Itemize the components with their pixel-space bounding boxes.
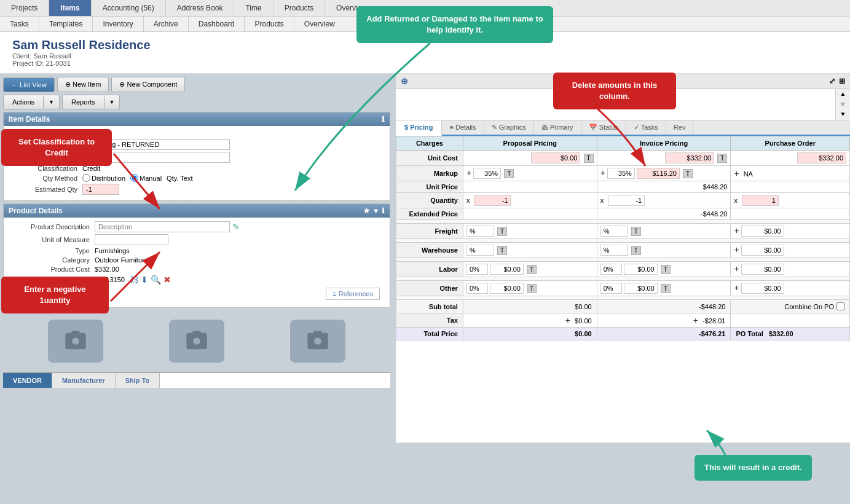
tab-graphics[interactable]: ✎ Graphics (484, 120, 534, 135)
manufacturer-tab[interactable]: Manufacturer (52, 373, 116, 388)
unit-cost-po-input[interactable] (797, 152, 846, 163)
warehouse-po-input[interactable] (741, 245, 784, 256)
t-badge-wh-p[interactable]: T (497, 246, 507, 255)
tab-pricing[interactable]: $ Pricing (396, 120, 442, 136)
scroll-down-icon[interactable]: ▼ (840, 111, 846, 117)
tax-plus-i[interactable]: + (693, 315, 698, 325)
nav-products-sub[interactable]: Products (245, 17, 294, 31)
product-link-icon[interactable]: ⛓ (130, 275, 138, 285)
markup-pct-p-input[interactable] (473, 168, 501, 179)
markup-val-i-input[interactable] (637, 168, 680, 179)
labor-val-p[interactable] (490, 264, 524, 275)
estimated-qty-input[interactable] (82, 184, 119, 195)
tab-status[interactable]: 📅 Status (581, 120, 626, 135)
other-val-p[interactable] (490, 283, 524, 294)
t-badge-lb-i[interactable]: T (661, 265, 671, 274)
actions-dropdown[interactable]: Actions ▼ (3, 95, 60, 109)
warehouse-pct-i[interactable] (600, 245, 628, 256)
star-icon[interactable]: ★ (363, 207, 370, 215)
new-component-button[interactable]: ⊕ New Component (111, 77, 185, 92)
scroll-up-icon[interactable]: ▲ (840, 90, 846, 97)
freight-po-input[interactable] (741, 226, 784, 237)
t-badge-fr-p[interactable]: T (497, 227, 507, 236)
add-note-icon[interactable]: ⊕ (401, 76, 408, 86)
vendor-tab[interactable]: VENDOR (3, 373, 52, 388)
info-icon[interactable]: ℹ (382, 115, 385, 124)
t-badge-lb-p[interactable]: T (527, 265, 537, 274)
nav-inventory[interactable]: Inventory (93, 17, 143, 31)
labor-pct-p[interactable] (466, 264, 488, 275)
tab-details[interactable]: ≡ Details (442, 120, 484, 135)
unit-cost-proposal-input[interactable] (531, 152, 580, 163)
uom-input[interactable] (95, 234, 168, 245)
distribution-radio[interactable] (82, 174, 90, 182)
references-button[interactable]: ≡ References (326, 288, 380, 300)
markup-plus-p[interactable]: + (466, 168, 471, 178)
manual-radio[interactable] (130, 174, 138, 182)
qty-invoice-input[interactable] (608, 195, 645, 206)
unit-cost-invoice-input[interactable] (665, 152, 714, 163)
freight-plus-po[interactable]: + (734, 226, 739, 235)
nav-overview-sub[interactable]: Overview (294, 17, 345, 31)
nav-archive[interactable]: Archive (144, 17, 189, 31)
markup-plus-po[interactable]: + (734, 168, 739, 178)
camera-3[interactable] (290, 320, 345, 363)
heart-icon[interactable]: ♥ (374, 207, 378, 215)
t-badge-uc-p[interactable]: T (584, 154, 594, 163)
qty-proposal-input[interactable] (474, 195, 511, 206)
labor-pct-i[interactable] (600, 264, 622, 275)
tab-rev[interactable]: Rev (666, 120, 694, 135)
expand-icon[interactable]: ⤢ (829, 77, 835, 85)
t-badge-uc-i[interactable]: T (717, 154, 727, 163)
labor-val-i[interactable] (624, 264, 658, 275)
freight-pct-i[interactable] (600, 226, 628, 237)
nav-tasks[interactable]: Tasks (0, 17, 39, 31)
t-badge-ot-i[interactable]: T (661, 284, 671, 293)
t-badge-mk-i[interactable]: T (683, 169, 693, 178)
t-badge-wh-i[interactable]: T (631, 246, 641, 255)
star-notes-icon[interactable]: ★ (840, 100, 846, 108)
distribution-radio-label[interactable]: Distribution (82, 174, 125, 182)
qty-po-input[interactable] (742, 195, 779, 206)
list-view-button[interactable]: ← List View (3, 77, 55, 92)
markup-pct-i-input[interactable] (607, 168, 635, 179)
notes-more-icon[interactable]: ⊞ (839, 77, 845, 85)
other-plus-po[interactable]: + (734, 283, 739, 293)
markup-plus-i[interactable]: + (600, 168, 605, 178)
ship-to-tab[interactable]: Ship To (116, 373, 160, 388)
freight-pct-p[interactable] (466, 226, 494, 237)
camera-1[interactable] (48, 320, 103, 363)
warehouse-pct-p[interactable] (466, 245, 494, 256)
other-pct-p[interactable] (466, 283, 488, 294)
nav-templates[interactable]: Templates (39, 17, 93, 31)
manual-radio-label[interactable]: Manual (130, 174, 162, 182)
nav-projects[interactable]: Projects (0, 0, 49, 16)
nav-time[interactable]: Time (234, 0, 273, 16)
labor-plus-po[interactable]: + (734, 264, 739, 274)
nav-items[interactable]: Items (49, 0, 91, 16)
tab-tasks[interactable]: ✓ Tasks (626, 120, 666, 135)
labor-po-input[interactable] (741, 264, 784, 275)
camera-2[interactable] (169, 320, 224, 363)
nav-addressbook[interactable]: Address Book (166, 0, 235, 16)
tax-plus-p[interactable]: + (565, 315, 570, 325)
product-info-icon[interactable]: ℹ (382, 207, 385, 215)
product-download-icon[interactable]: ⬇ (141, 275, 148, 285)
desc-input[interactable] (95, 221, 230, 232)
nav-dashboard[interactable]: Dashboard (189, 17, 245, 31)
edit-icon[interactable]: ✎ (232, 222, 240, 232)
other-po-input[interactable] (741, 283, 784, 294)
tab-primary[interactable]: 🖷 Primary (534, 120, 581, 135)
reports-dropdown[interactable]: Reports ▼ (62, 95, 120, 109)
combine-on-po-checkbox[interactable] (836, 302, 844, 310)
warehouse-plus-po[interactable]: + (734, 245, 739, 254)
other-pct-i[interactable] (600, 283, 622, 294)
nav-products[interactable]: Products (273, 0, 325, 16)
product-search-icon[interactable]: 🔍 (151, 275, 161, 285)
new-item-button[interactable]: ⊕ New Item (57, 77, 109, 92)
other-val-i[interactable] (624, 283, 658, 294)
t-badge-ot-p[interactable]: T (527, 284, 537, 293)
t-badge-mk-p[interactable]: T (504, 169, 514, 178)
product-remove-icon[interactable]: ✖ (163, 275, 171, 285)
t-badge-fr-i[interactable]: T (631, 227, 641, 236)
